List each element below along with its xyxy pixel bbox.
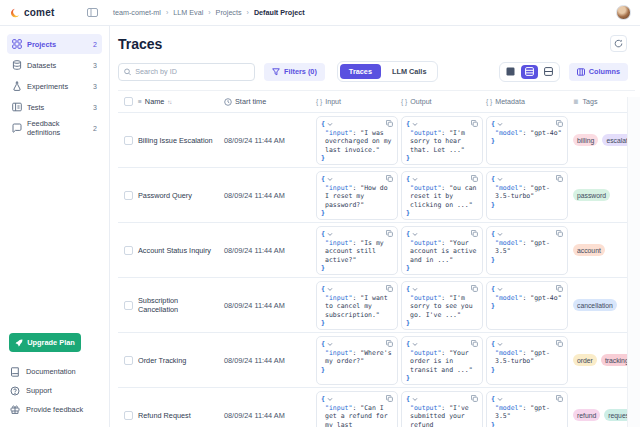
- output-json-cell[interactable]: { "output": "ou can reset it by clicking…: [401, 171, 483, 220]
- copy-icon[interactable]: [386, 340, 393, 347]
- column-header-input[interactable]: Input: [325, 98, 341, 106]
- column-header-start-time[interactable]: Start time: [235, 97, 266, 106]
- row-checkbox[interactable]: [124, 301, 133, 310]
- filters-button[interactable]: Filters (0): [264, 63, 325, 81]
- copy-icon[interactable]: [471, 340, 478, 347]
- copy-icon[interactable]: [386, 230, 393, 237]
- sidebar-item-tests[interactable]: Tests 3: [7, 97, 102, 117]
- input-json-cell[interactable]: { "input": "I was overcharged on my last…: [316, 116, 398, 165]
- copy-icon[interactable]: [471, 230, 478, 237]
- chevron-down-icon[interactable]: [497, 177, 503, 182]
- breadcrumb-projects[interactable]: Projects: [216, 8, 242, 17]
- table-row[interactable]: Refund Request 08/09/24 11:44 AM { "inpu…: [118, 388, 635, 427]
- copy-icon[interactable]: [556, 340, 563, 347]
- user-avatar[interactable]: [616, 5, 631, 20]
- chevron-down-icon[interactable]: [412, 287, 418, 292]
- chevron-down-icon[interactable]: [497, 232, 503, 237]
- metadata-json-cell[interactable]: { "model": "gpt-4o" }: [486, 281, 568, 330]
- trace-name[interactable]: Subscription Cancellation: [138, 296, 224, 314]
- trace-name[interactable]: Password Query: [138, 191, 224, 200]
- table-row[interactable]: Order Tracking 08/09/24 11:44 AM { "inpu…: [118, 333, 635, 388]
- row-height-large-button[interactable]: [540, 65, 557, 79]
- chevron-down-icon[interactable]: [497, 397, 503, 402]
- chevron-down-icon[interactable]: [412, 397, 418, 402]
- row-checkbox[interactable]: [124, 411, 133, 420]
- row-height-small-button[interactable]: [502, 65, 519, 79]
- tag-pill[interactable]: cancellation: [573, 299, 617, 311]
- breadcrumb-llm-eval[interactable]: LLM Eval: [173, 8, 203, 17]
- trace-name[interactable]: Account Status Inquiry: [138, 246, 224, 255]
- output-json-cell[interactable]: { "output": "I'm sorry to hear that. Let…: [401, 116, 483, 165]
- input-json-cell[interactable]: { "input": "How do I reset my password?"…: [316, 171, 398, 220]
- column-header-name[interactable]: Name: [145, 97, 164, 106]
- tag-pill[interactable]: refund: [573, 409, 600, 421]
- column-header-output[interactable]: Output: [410, 98, 431, 106]
- copy-icon[interactable]: [556, 175, 563, 182]
- chevron-down-icon[interactable]: [327, 342, 333, 347]
- copy-icon[interactable]: [386, 175, 393, 182]
- copy-icon[interactable]: [386, 120, 393, 127]
- table-row[interactable]: Password Query 08/09/24 11:44 AM { "inpu…: [118, 168, 635, 223]
- chevron-down-icon[interactable]: [327, 287, 333, 292]
- chevron-down-icon[interactable]: [412, 177, 418, 182]
- input-json-cell[interactable]: { "input": "Can I get a refund for my la…: [316, 391, 398, 427]
- trace-name[interactable]: Order Tracking: [138, 356, 224, 365]
- chevron-down-icon[interactable]: [412, 342, 418, 347]
- chevron-down-icon[interactable]: [327, 177, 333, 182]
- search-input[interactable]: [135, 67, 249, 76]
- row-checkbox[interactable]: [124, 356, 133, 365]
- metadata-json-cell[interactable]: { "model": "gpt-3.5-turbo" }: [486, 171, 568, 220]
- metadata-json-cell[interactable]: { "model": "gpt-4o" }: [486, 116, 568, 165]
- row-checkbox[interactable]: [124, 136, 133, 145]
- copy-icon[interactable]: [556, 120, 563, 127]
- sidebar-item-datasets[interactable]: Datasets 3: [7, 55, 102, 75]
- trace-name[interactable]: Billing Issue Escalation: [138, 136, 224, 145]
- breadcrumb-workspace[interactable]: team-comet-ml: [113, 8, 161, 17]
- input-json-cell[interactable]: { "input": "Is my account still active?"…: [316, 226, 398, 275]
- trace-name[interactable]: Refund Request: [138, 411, 224, 420]
- output-json-cell[interactable]: { "output": "I'm sorry to see you go. I'…: [401, 281, 483, 330]
- refresh-button[interactable]: [610, 35, 627, 52]
- column-header-metadata[interactable]: Metadata: [495, 98, 525, 106]
- chevron-down-icon[interactable]: [497, 287, 503, 292]
- sidebar-item-support[interactable]: Support: [7, 381, 102, 400]
- tag-pill[interactable]: password: [573, 189, 610, 201]
- metadata-json-cell[interactable]: { "model": "gpt-3.5" }: [486, 391, 568, 427]
- sidebar-item-projects[interactable]: Projects 2: [7, 34, 102, 54]
- chevron-down-icon[interactable]: [412, 232, 418, 237]
- tag-pill[interactable]: account: [573, 244, 605, 256]
- chevron-down-icon[interactable]: [412, 122, 418, 127]
- table-row[interactable]: Subscription Cancellation 08/09/24 11:44…: [118, 278, 635, 333]
- tab-traces[interactable]: Traces: [340, 64, 381, 79]
- chevron-down-icon[interactable]: [497, 122, 503, 127]
- metadata-json-cell[interactable]: { "model": "gpt-3.5-turbo" }: [486, 336, 568, 385]
- output-json-cell[interactable]: { "output": "Your order is in transit an…: [401, 336, 483, 385]
- row-checkbox[interactable]: [124, 191, 133, 200]
- chevron-down-icon[interactable]: [327, 397, 333, 402]
- chevron-down-icon[interactable]: [327, 122, 333, 127]
- copy-icon[interactable]: [471, 175, 478, 182]
- table-scroll-gutter[interactable]: [627, 97, 640, 427]
- output-json-cell[interactable]: { "output": "I've submitted your refund …: [401, 391, 483, 427]
- tag-pill[interactable]: billing: [573, 134, 598, 146]
- table-row[interactable]: Account Status Inquiry 08/09/24 11:44 AM…: [118, 223, 635, 278]
- copy-icon[interactable]: [386, 395, 393, 402]
- copy-icon[interactable]: [556, 395, 563, 402]
- tab-llm-calls[interactable]: LLM Calls: [383, 64, 435, 79]
- copy-icon[interactable]: [386, 285, 393, 292]
- copy-icon[interactable]: [471, 395, 478, 402]
- row-checkbox[interactable]: [124, 246, 133, 255]
- row-height-medium-button[interactable]: [521, 65, 538, 79]
- sort-icon[interactable]: ↑↓: [167, 99, 171, 105]
- metadata-json-cell[interactable]: { "model": "gpt-3.5" }: [486, 226, 568, 275]
- comet-logo[interactable]: comet: [0, 7, 85, 18]
- input-json-cell[interactable]: { "input": "Where's my order?" }: [316, 336, 398, 385]
- output-json-cell[interactable]: { "output": "Your account is active and …: [401, 226, 483, 275]
- sidebar-collapse-icon[interactable]: [85, 6, 99, 20]
- sidebar-item-documentation[interactable]: Documentation: [7, 362, 102, 381]
- copy-icon[interactable]: [556, 285, 563, 292]
- sidebar-item-feedback-definitions[interactable]: Feedback definitions 2: [7, 118, 102, 138]
- input-json-cell[interactable]: { "input": "I want to cancel my subscrip…: [316, 281, 398, 330]
- table-row[interactable]: Billing Issue Escalation 08/09/24 11:44 …: [118, 113, 635, 168]
- upgrade-plan-button[interactable]: Upgrade Plan: [9, 333, 81, 352]
